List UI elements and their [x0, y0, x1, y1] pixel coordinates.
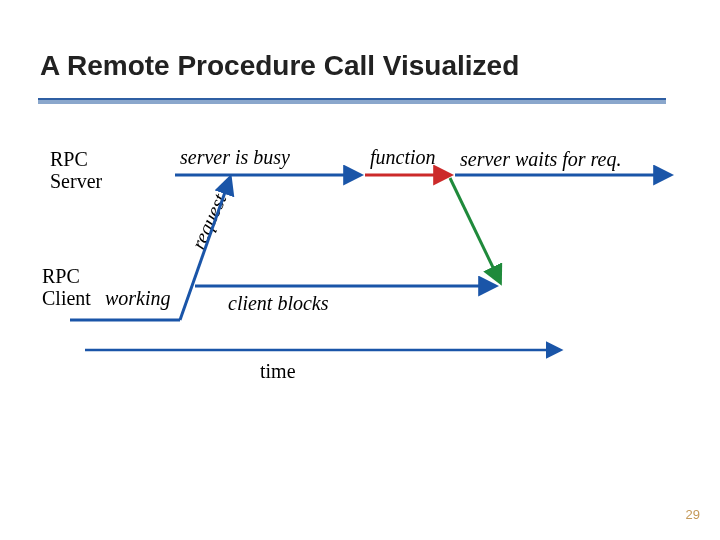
label-client-blocks: client blocks: [228, 292, 329, 314]
label-request: request: [187, 190, 232, 252]
label-rpc-server: RPCServer: [50, 148, 102, 192]
label-working: working: [105, 287, 171, 309]
label-rpc-client: RPCClient: [42, 265, 91, 309]
label-time: time: [260, 360, 296, 382]
title-underline: [38, 98, 666, 104]
label-server-busy: server is busy: [180, 146, 290, 168]
label-server-waits: server waits for req.: [460, 148, 621, 170]
slide-title: A Remote Procedure Call Visualized: [40, 50, 519, 82]
label-function: function: [370, 146, 436, 168]
slide: A Remote Procedure Call Visualized RPCSe…: [0, 0, 720, 540]
page-number: 29: [686, 507, 700, 522]
svg-line-5: [450, 178, 500, 282]
